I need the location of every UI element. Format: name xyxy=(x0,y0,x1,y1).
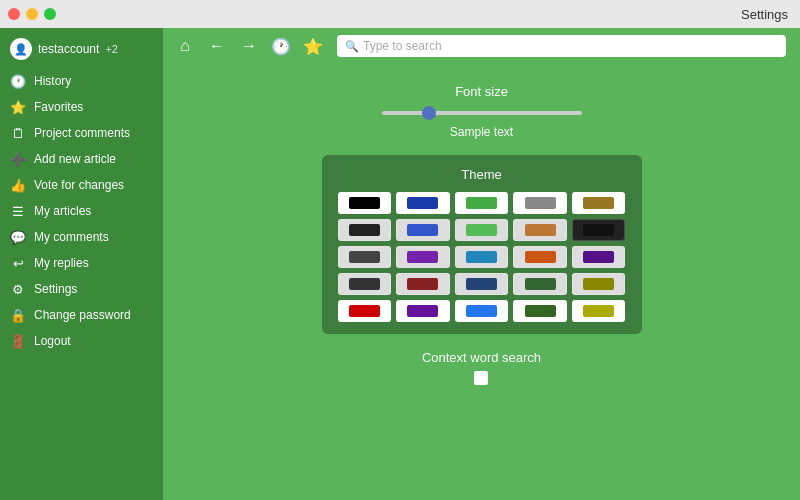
swatch-color-inner xyxy=(583,224,614,236)
main-content: ⌂ ← → 🕐 ⭐ 🔍 Type to search Font size Sam… xyxy=(163,28,800,500)
sidebar-item-logout[interactable]: 🚪 Logout xyxy=(0,328,163,354)
swatch-color-inner xyxy=(349,278,380,290)
theme-swatch[interactable] xyxy=(338,246,392,268)
my-articles-icon: ☰ xyxy=(10,203,26,219)
minimize-button[interactable] xyxy=(26,8,38,20)
sidebar-label-settings: Settings xyxy=(34,282,77,296)
sidebar-item-my-articles[interactable]: ☰ My articles xyxy=(0,198,163,224)
title-bar: Settings xyxy=(0,0,800,28)
add-new-article-icon: ➕ xyxy=(10,151,26,167)
vote-for-changes-icon: 👍 xyxy=(10,177,26,193)
theme-swatch[interactable] xyxy=(513,219,567,241)
swatch-color-inner xyxy=(525,278,556,290)
theme-swatch[interactable] xyxy=(572,192,626,214)
sidebar-item-change-password[interactable]: 🔒 Change password xyxy=(0,302,163,328)
sidebar-item-add-new-article[interactable]: ➕ Add new article xyxy=(0,146,163,172)
sidebar-item-my-comments[interactable]: 💬 My comments xyxy=(0,224,163,250)
sidebar-item-history[interactable]: 🕐 History xyxy=(0,68,163,94)
theme-swatch[interactable] xyxy=(396,219,450,241)
theme-swatch[interactable] xyxy=(396,273,450,295)
sidebar-item-my-replies[interactable]: ↩ My replies xyxy=(0,250,163,276)
context-search-checkbox[interactable] xyxy=(474,371,488,385)
swatch-color-inner xyxy=(583,251,614,263)
home-button[interactable]: ⌂ xyxy=(173,34,197,58)
swatch-color-inner xyxy=(583,197,614,209)
swatch-color-inner xyxy=(407,305,438,317)
project-comments-icon: 🗒 xyxy=(10,125,26,141)
swatch-color-inner xyxy=(349,197,380,209)
starred-button[interactable]: ⭐ xyxy=(301,34,325,58)
swatch-color-inner xyxy=(525,251,556,263)
swatch-color-inner xyxy=(466,197,497,209)
context-search-label: Context word search xyxy=(422,350,541,365)
theme-swatch[interactable] xyxy=(513,246,567,268)
theme-swatch[interactable] xyxy=(338,219,392,241)
font-size-slider[interactable] xyxy=(382,105,582,121)
theme-swatch[interactable] xyxy=(572,246,626,268)
swatch-color-inner xyxy=(466,305,497,317)
sidebar-item-project-comments[interactable]: 🗒 Project comments xyxy=(0,120,163,146)
theme-swatch[interactable] xyxy=(513,273,567,295)
sidebar-label-project-comments: Project comments xyxy=(34,126,130,140)
theme-swatch[interactable] xyxy=(455,246,509,268)
theme-swatch[interactable] xyxy=(572,300,626,322)
theme-swatch[interactable] xyxy=(513,300,567,322)
settings-icon: ⚙ xyxy=(10,281,26,297)
theme-swatch[interactable] xyxy=(338,192,392,214)
settings-link[interactable]: Settings xyxy=(741,7,788,22)
theme-section: Theme xyxy=(322,155,642,334)
swatch-color-inner xyxy=(349,224,380,236)
settings-panel: Font size Sample text Theme Context word… xyxy=(163,64,800,500)
theme-swatch[interactable] xyxy=(396,300,450,322)
swatch-color-inner xyxy=(349,251,380,263)
swatch-color-inner xyxy=(583,305,614,317)
toolbar: ⌂ ← → 🕐 ⭐ 🔍 Type to search xyxy=(163,28,800,64)
sidebar-label-my-replies: My replies xyxy=(34,256,89,270)
swatch-color-inner xyxy=(525,197,556,209)
theme-grid xyxy=(338,192,626,322)
theme-swatch[interactable] xyxy=(455,219,509,241)
theme-title: Theme xyxy=(338,167,626,182)
user-profile[interactable]: 👤 testaccount +2 xyxy=(0,32,163,68)
theme-swatch[interactable] xyxy=(338,300,392,322)
back-button[interactable]: ← xyxy=(205,34,229,58)
font-size-section: Font size Sample text xyxy=(322,84,642,139)
swatch-color-inner xyxy=(407,224,438,236)
sidebar-label-change-password: Change password xyxy=(34,308,131,322)
theme-swatch[interactable] xyxy=(455,273,509,295)
swatch-color-inner xyxy=(466,224,497,236)
traffic-lights xyxy=(8,8,56,20)
close-button[interactable] xyxy=(8,8,20,20)
my-comments-icon: 💬 xyxy=(10,229,26,245)
theme-swatch[interactable] xyxy=(396,246,450,268)
sidebar-item-settings[interactable]: ⚙ Settings xyxy=(0,276,163,302)
sidebar-item-vote-for-changes[interactable]: 👍 Vote for changes xyxy=(0,172,163,198)
logout-icon: 🚪 xyxy=(10,333,26,349)
theme-swatch[interactable] xyxy=(338,273,392,295)
theme-swatch[interactable] xyxy=(396,192,450,214)
history-button[interactable]: 🕐 xyxy=(269,34,293,58)
sidebar-item-favorites[interactable]: ⭐ Favorites xyxy=(0,94,163,120)
swatch-color-inner xyxy=(525,305,556,317)
favorites-icon: ⭐ xyxy=(10,99,26,115)
slider-thumb[interactable] xyxy=(422,106,436,120)
theme-swatch[interactable] xyxy=(572,219,626,241)
theme-swatch[interactable] xyxy=(455,300,509,322)
change-password-icon: 🔒 xyxy=(10,307,26,323)
avatar: 👤 xyxy=(10,38,32,60)
forward-button[interactable]: → xyxy=(237,34,261,58)
swatch-color-inner xyxy=(525,224,556,236)
theme-swatch[interactable] xyxy=(572,273,626,295)
swatch-color-inner xyxy=(583,278,614,290)
sidebar-nav: 🕐 History ⭐ Favorites 🗒 Project comments… xyxy=(0,68,163,354)
sidebar-label-my-articles: My articles xyxy=(34,204,91,218)
search-placeholder[interactable]: Type to search xyxy=(363,39,442,53)
theme-swatch[interactable] xyxy=(455,192,509,214)
font-size-label: Font size xyxy=(455,84,508,99)
swatch-color-inner xyxy=(466,251,497,263)
user-badge: +2 xyxy=(105,43,118,55)
sidebar-label-favorites: Favorites xyxy=(34,100,83,114)
theme-swatch[interactable] xyxy=(513,192,567,214)
maximize-button[interactable] xyxy=(44,8,56,20)
sidebar-label-my-comments: My comments xyxy=(34,230,109,244)
